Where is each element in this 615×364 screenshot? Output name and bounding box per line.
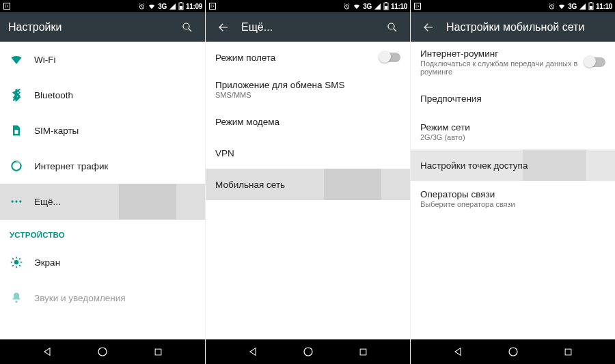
nav-bar	[0, 339, 205, 364]
svg-rect-22	[360, 349, 366, 355]
nav-back[interactable]	[246, 345, 260, 359]
app-bar: Настройки мобильной сети	[411, 12, 615, 42]
item-airplane[interactable]: Режим полета	[206, 42, 410, 73]
nav-bar	[206, 339, 410, 364]
nav-back[interactable]	[40, 345, 54, 359]
clock: 11:10	[391, 3, 407, 10]
label: Предпочтения	[420, 94, 605, 104]
sublabel: SMS/MMS	[215, 91, 400, 99]
label: Настройки точек доступа	[420, 160, 605, 171]
item-preferences[interactable]: Предпочтения	[411, 83, 615, 114]
label: Режим модема	[215, 117, 400, 127]
svg-rect-18	[385, 2, 387, 3]
square-recent-icon	[563, 347, 573, 357]
status-bar: 3G 11:09	[0, 0, 205, 12]
signal-icon	[374, 3, 381, 10]
signal-icon	[579, 3, 586, 10]
app-bar: Ещё...	[206, 12, 410, 42]
nav-back[interactable]	[451, 345, 465, 359]
search-button[interactable]	[178, 18, 197, 37]
item-roaming[interactable]: Интернет-роуминг Подключаться к службам …	[411, 42, 615, 83]
svg-point-20	[388, 23, 394, 29]
nav-home[interactable]	[96, 345, 109, 359]
item-tethering[interactable]: Режим модема	[206, 106, 410, 137]
svg-rect-14	[155, 349, 161, 355]
search-icon	[181, 21, 193, 33]
nav-home[interactable]	[506, 345, 520, 359]
svg-point-8	[12, 200, 14, 202]
triangle-back-icon	[42, 346, 53, 357]
sublabel: Выберите оператора связи	[420, 200, 605, 208]
nav-home[interactable]	[301, 345, 315, 359]
alarm-icon	[343, 3, 351, 10]
back-button[interactable]	[419, 18, 438, 37]
label: Экран	[34, 257, 195, 268]
display-icon	[10, 255, 23, 269]
wifi-icon	[558, 3, 566, 10]
airplane-switch[interactable]	[380, 53, 400, 62]
label: VPN	[215, 148, 400, 158]
svg-rect-3	[180, 2, 182, 3]
back-button[interactable]	[214, 18, 233, 37]
item-sms-app[interactable]: Приложение для обмена SMS SMS/MMS	[206, 73, 410, 106]
item-network-mode[interactable]: Режим сети 2G/3G (авто)	[411, 114, 615, 150]
svg-rect-15	[210, 3, 216, 10]
item-display[interactable]: Экран	[0, 244, 205, 280]
svg-rect-4	[180, 6, 182, 10]
sublabel: Подключаться к службам передачи данных в…	[420, 59, 581, 76]
wifi-icon	[353, 3, 361, 10]
search-button[interactable]	[383, 18, 402, 37]
bluetooth-icon	[10, 88, 23, 102]
triangle-back-icon	[247, 346, 258, 357]
svg-rect-27	[590, 6, 592, 10]
label: Мобильная сеть	[215, 180, 400, 190]
arrow-back-icon	[422, 21, 435, 33]
svg-rect-29	[565, 349, 571, 355]
svg-rect-19	[385, 6, 387, 10]
battery-icon	[178, 2, 184, 10]
label: Ещё...	[34, 197, 195, 207]
keyboard-icon	[413, 2, 422, 10]
svg-rect-23	[415, 3, 421, 10]
clock: 11:10	[596, 3, 612, 10]
nav-recent[interactable]	[151, 345, 165, 359]
settings-pane-main: 3G 11:09 Настройки Wi-Fi Bluetooth	[0, 0, 205, 364]
svg-rect-26	[590, 2, 592, 3]
network-type: 3G	[363, 3, 372, 10]
item-more[interactable]: Ещё...	[0, 184, 205, 219]
label: Интернет трафик	[34, 161, 195, 171]
item-mobile-network[interactable]: Мобильная сеть	[206, 169, 410, 200]
page-title: Настройки	[8, 21, 178, 33]
network-type: 3G	[568, 3, 577, 10]
item-vpn[interactable]: VPN	[206, 137, 410, 169]
circle-home-icon	[302, 346, 314, 358]
square-recent-icon	[358, 347, 368, 357]
item-apn[interactable]: Настройки точек доступа	[411, 150, 615, 181]
label: Звуки и уведомления	[34, 293, 195, 303]
svg-point-5	[183, 23, 189, 29]
settings-pane-mobile: 3G 11:10 Настройки мобильной сети Интерн…	[410, 0, 615, 364]
item-bluetooth[interactable]: Bluetooth	[0, 77, 205, 113]
sublabel: 2G/3G (авто)	[420, 133, 605, 141]
clock: 11:09	[186, 3, 202, 10]
bell-icon	[10, 291, 23, 305]
label: SIM-карты	[34, 126, 195, 136]
nav-recent[interactable]	[562, 345, 575, 359]
svg-point-11	[14, 260, 19, 265]
settings-list: Режим полета Приложение для обмена SMS S…	[206, 42, 410, 339]
svg-rect-6	[15, 130, 18, 134]
item-sound[interactable]: Звуки и уведомления	[0, 280, 205, 316]
svg-point-10	[19, 200, 21, 202]
svg-point-21	[304, 348, 312, 356]
item-sim[interactable]: SIM-карты	[0, 113, 205, 148]
item-data-usage[interactable]: Интернет трафик	[0, 148, 205, 184]
roaming-switch[interactable]	[585, 57, 605, 67]
label: Bluetooth	[34, 90, 195, 100]
item-wifi[interactable]: Wi-Fi	[0, 42, 205, 77]
sim-icon	[10, 124, 23, 137]
status-bar: 3G 11:10	[411, 0, 615, 12]
nav-recent[interactable]	[357, 345, 370, 359]
item-operators[interactable]: Операторы связи Выберите оператора связи	[411, 181, 615, 216]
data-usage-icon	[10, 159, 23, 173]
signal-icon	[169, 3, 176, 10]
